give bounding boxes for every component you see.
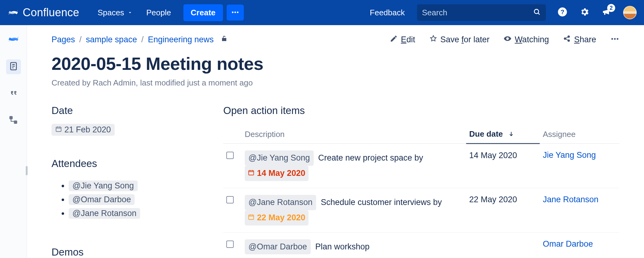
inline-date-chip[interactable]: 14 May 2020 bbox=[245, 166, 309, 181]
breadcrumb: Pages / sample space / Engineering news bbox=[52, 35, 228, 44]
mention-pill[interactable]: @Jie Yang Song bbox=[69, 180, 138, 191]
global-search[interactable] bbox=[417, 4, 546, 21]
sidebar-resize-handle[interactable] bbox=[26, 166, 28, 175]
nav-spaces-label: Spaces bbox=[98, 8, 124, 17]
profile-avatar[interactable] bbox=[623, 6, 637, 19]
help-icon: ? bbox=[558, 7, 567, 18]
rail-tree[interactable] bbox=[6, 113, 21, 128]
svg-point-1 bbox=[234, 11, 236, 13]
calendar-icon bbox=[248, 166, 255, 180]
breadcrumb-sep: / bbox=[79, 35, 82, 44]
share-icon bbox=[563, 35, 571, 45]
restrictions-button[interactable] bbox=[218, 35, 228, 44]
table-row: @Jane Rotanson Schedule customer intervi… bbox=[223, 188, 619, 232]
save-for-later-button[interactable]: Save for later bbox=[429, 35, 490, 45]
section-demos-heading: Demos bbox=[52, 246, 199, 258]
attendees-list: @Jie Yang Song @Omar Darboe @Jane Rotans… bbox=[52, 177, 199, 222]
col-description[interactable]: Description bbox=[242, 125, 466, 144]
nav-people[interactable]: People bbox=[145, 6, 172, 19]
quote-icon bbox=[9, 88, 18, 99]
confluence-mini-icon bbox=[7, 33, 20, 47]
date-chip[interactable]: 21 Feb 2020 bbox=[52, 124, 115, 136]
mention-pill[interactable]: @Omar Darboe bbox=[245, 239, 311, 255]
svg-rect-17 bbox=[249, 170, 254, 175]
assignee-link[interactable]: Jane Rotanson bbox=[543, 195, 599, 204]
more-horizontal-icon bbox=[610, 39, 619, 44]
help-button[interactable]: ? bbox=[557, 7, 568, 18]
watching-button[interactable]: Watching bbox=[504, 35, 549, 45]
svg-text:?: ? bbox=[561, 9, 564, 15]
cell-due-date: 14 May 2020 bbox=[466, 144, 540, 188]
mention-pill[interactable]: @Jie Yang Song bbox=[245, 150, 314, 166]
page-more-actions[interactable] bbox=[610, 34, 619, 45]
more-horizontal-icon bbox=[231, 8, 240, 17]
table-row: @Jie Yang Song Create new project space … bbox=[223, 144, 619, 188]
col-due-date[interactable]: Due date bbox=[466, 125, 540, 144]
breadcrumb-sep: / bbox=[141, 35, 144, 44]
pencil-icon bbox=[390, 35, 398, 45]
inline-date-chip[interactable]: 22 May 2020 bbox=[245, 210, 309, 226]
assignee-link[interactable]: Omar Darboe bbox=[543, 239, 593, 249]
breadcrumb-space[interactable]: sample space bbox=[86, 35, 137, 44]
page-main: Pages / sample space / Engineering news … bbox=[27, 25, 644, 258]
task-checkbox[interactable] bbox=[226, 241, 234, 248]
rail-blog[interactable] bbox=[6, 86, 21, 101]
search-icon bbox=[533, 8, 541, 17]
nav-people-label: People bbox=[146, 8, 171, 17]
breadcrumb-parent[interactable]: Engineering news bbox=[148, 35, 214, 44]
unlock-icon bbox=[218, 35, 228, 44]
edit-button[interactable]: Edit bbox=[390, 35, 415, 45]
search-input[interactable] bbox=[422, 8, 528, 17]
cell-due-date: 22 May 2020 bbox=[466, 188, 540, 232]
attendee-item: @Jie Yang Song bbox=[69, 180, 199, 191]
attendee-item: @Omar Darboe bbox=[69, 194, 199, 205]
section-date-heading: Date bbox=[52, 105, 199, 116]
svg-rect-16 bbox=[56, 127, 61, 132]
nav-spaces[interactable]: Spaces bbox=[96, 6, 134, 19]
assignee-link[interactable]: Jie Yang Song bbox=[543, 150, 596, 160]
svg-point-2 bbox=[237, 11, 238, 13]
global-nav: Confluence Spaces People Create Feedback… bbox=[0, 0, 644, 25]
col-assignee[interactable]: Assignee bbox=[540, 125, 619, 144]
section-attendees-heading: Attendees bbox=[52, 158, 199, 169]
eye-icon bbox=[504, 35, 512, 45]
mention-pill[interactable]: @Jane Rotanson bbox=[69, 208, 140, 219]
date-chip-text: 21 Feb 2020 bbox=[64, 125, 111, 135]
cell-due-date bbox=[466, 232, 540, 258]
table-row: @Omar Darboe Plan workshopOmar Darboe bbox=[223, 232, 619, 258]
page-tree-icon bbox=[9, 115, 18, 126]
notifications-button[interactable]: 2 bbox=[601, 7, 612, 18]
star-icon bbox=[429, 35, 437, 45]
page-title: 2020-05-15 Meeting notes bbox=[52, 53, 619, 74]
svg-point-13 bbox=[611, 38, 613, 40]
create-more-button[interactable] bbox=[227, 5, 244, 21]
create-button[interactable]: Create bbox=[183, 4, 223, 21]
task-checkbox[interactable] bbox=[226, 196, 234, 203]
arrow-down-icon bbox=[505, 129, 514, 138]
feedback-link[interactable]: Feedback bbox=[369, 6, 406, 19]
rail-pages[interactable] bbox=[6, 59, 21, 74]
app-logo[interactable]: Confluence bbox=[7, 6, 79, 19]
notification-badge: 2 bbox=[607, 4, 615, 12]
section-open-actions-heading: Open action items bbox=[223, 105, 619, 116]
svg-point-15 bbox=[617, 38, 619, 40]
action-items-table: Description Due date Assignee @Jie Yang … bbox=[223, 125, 619, 258]
svg-point-0 bbox=[232, 11, 233, 13]
svg-rect-8 bbox=[14, 121, 17, 123]
confluence-logo-icon bbox=[7, 7, 19, 18]
app-name: Confluence bbox=[23, 6, 79, 19]
rail-space-logo[interactable] bbox=[6, 32, 21, 47]
task-checkbox[interactable] bbox=[226, 152, 234, 159]
share-button[interactable]: Share bbox=[563, 35, 596, 45]
chevron-down-icon bbox=[127, 8, 133, 17]
svg-rect-7 bbox=[10, 116, 12, 119]
settings-button[interactable] bbox=[579, 7, 590, 18]
calendar-icon bbox=[55, 125, 62, 135]
svg-rect-18 bbox=[249, 215, 254, 219]
breadcrumb-pages[interactable]: Pages bbox=[52, 35, 75, 44]
mention-pill[interactable]: @Jane Rotanson bbox=[245, 195, 316, 210]
page-meta: Created by Rach Admin, last modified jus… bbox=[52, 78, 619, 88]
mention-pill[interactable]: @Omar Darboe bbox=[69, 194, 135, 205]
svg-point-14 bbox=[614, 38, 616, 40]
svg-point-9 bbox=[507, 38, 508, 39]
